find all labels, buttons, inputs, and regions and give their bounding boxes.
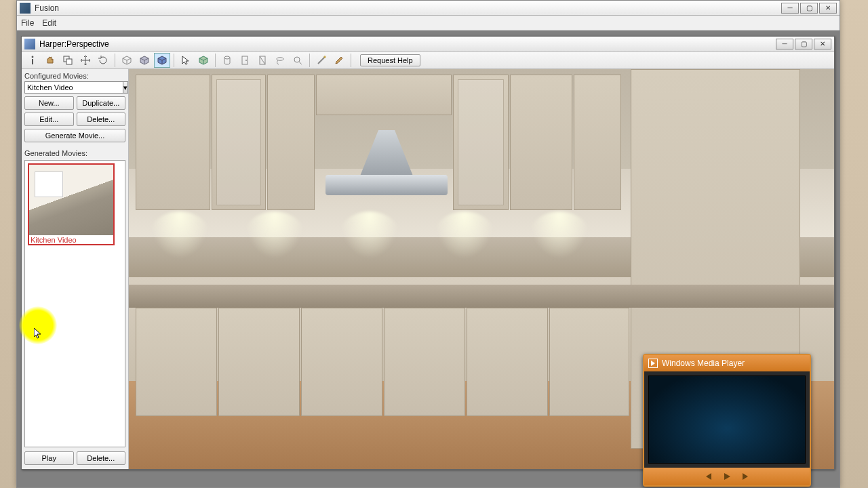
thumbnail-image [29, 165, 113, 235]
hand-icon[interactable] [42, 53, 58, 68]
door2-icon[interactable] [254, 53, 271, 68]
generated-movies-label: Generated Movies: [24, 149, 125, 157]
delete-movie-button[interactable]: Delete... [77, 451, 126, 465]
generated-movies-list[interactable]: Kitchen Video [24, 160, 125, 447]
play-button[interactable]: Play [24, 451, 74, 465]
svg-rect-3 [66, 59, 72, 64]
zoom-icon[interactable] [290, 53, 306, 68]
shaded-icon[interactable] [136, 53, 153, 68]
doc-minimize-button[interactable]: ─ [776, 39, 793, 49]
copy-icon[interactable] [60, 53, 76, 68]
app-icon [20, 3, 31, 14]
app-title: Fusion [35, 3, 781, 13]
svg-point-8 [294, 57, 300, 62]
menu-edit[interactable]: Edit [42, 18, 56, 28]
movie-thumbnail[interactable]: Kitchen Video [28, 163, 115, 245]
media-player-controls [644, 468, 810, 485]
cursor-icon [34, 328, 42, 340]
cylinder-icon[interactable] [219, 53, 235, 68]
svg-rect-1 [32, 59, 33, 64]
delete-button[interactable]: Delete... [77, 113, 126, 126]
maximize-button[interactable]: ▢ [800, 3, 818, 14]
configured-movies-combo[interactable]: ▾ [24, 81, 125, 94]
brush-icon[interactable] [331, 53, 347, 68]
edit-button[interactable]: Edit... [24, 113, 74, 126]
doc-maximize-button[interactable]: ▢ [795, 39, 812, 49]
door-icon[interactable] [237, 53, 253, 68]
separator [351, 54, 351, 67]
app-titlebar[interactable]: Fusion ─ ▢ ✕ [17, 1, 840, 16]
media-player-window[interactable]: Windows Media Player [643, 354, 811, 487]
svg-point-6 [245, 60, 247, 61]
render-icon[interactable] [154, 53, 170, 68]
document-titlebar[interactable]: Harper:Perspective ─ ▢ ✕ [22, 37, 834, 52]
play-pause-button[interactable] [721, 470, 733, 483]
wand-icon[interactable] [313, 53, 330, 68]
configured-movies-input[interactable] [24, 81, 123, 94]
toolbar: Request Help [22, 52, 834, 69]
play-icon [648, 359, 658, 368]
document-title: Harper:Perspective [39, 39, 776, 49]
movies-panel: Configured Movies: ▾ New... Duplicate...… [22, 69, 129, 469]
minimize-button[interactable]: ─ [781, 3, 799, 14]
range-hood [326, 130, 448, 211]
media-player-title: Windows Media Player [662, 359, 745, 368]
next-track-button[interactable] [740, 470, 752, 483]
menu-file[interactable]: File [21, 18, 34, 28]
lasso-icon[interactable] [272, 53, 288, 68]
dropdown-icon[interactable]: ▾ [123, 81, 128, 94]
duplicate-button[interactable]: Duplicate... [77, 96, 126, 110]
separator [174, 54, 174, 67]
svg-point-0 [32, 56, 34, 58]
box-select-icon[interactable] [195, 53, 212, 68]
thumbnail-caption: Kitchen Video [29, 235, 113, 244]
prev-track-button[interactable] [702, 470, 714, 483]
new-button[interactable]: New... [24, 96, 74, 110]
doc-close-button[interactable]: ✕ [814, 39, 831, 49]
svg-point-4 [224, 56, 230, 59]
document-icon [24, 39, 35, 49]
info-icon[interactable] [24, 53, 41, 68]
generate-movie-button[interactable]: Generate Movie... [24, 129, 125, 142]
move-icon[interactable] [77, 53, 94, 68]
pointer-icon[interactable] [178, 53, 194, 68]
media-player-screen [648, 375, 806, 464]
close-button[interactable]: ✕ [819, 3, 837, 14]
separator [115, 54, 115, 67]
separator [309, 54, 310, 67]
request-help-button[interactable]: Request Help [360, 54, 420, 66]
rotate-icon[interactable] [95, 53, 111, 68]
configured-movies-label: Configured Movies: [24, 72, 125, 80]
menubar: File Edit [17, 16, 840, 30]
media-player-titlebar[interactable]: Windows Media Player [644, 355, 810, 371]
wireframe-icon[interactable] [119, 53, 135, 68]
separator [215, 54, 216, 67]
